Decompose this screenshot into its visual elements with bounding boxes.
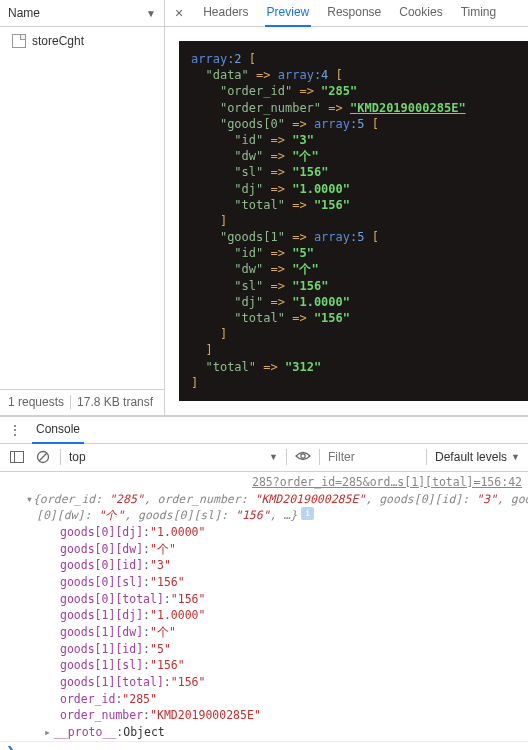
- network-pane: Name ▼ storeCght 1 requests 17.8 KB tran…: [0, 0, 528, 416]
- object-summary-row-2: [0][dw]: "个", goods[0][sl]: "156", …}i: [0, 507, 528, 524]
- property-row: order_number: "KMD2019000285E": [0, 707, 528, 724]
- request-list: storeCght: [0, 27, 164, 389]
- property-row: goods[0][dj]: "1.0000": [0, 524, 528, 541]
- log-levels-selector[interactable]: Default levels ▼: [435, 450, 520, 464]
- console-header: ⋮ Console: [0, 417, 528, 444]
- console-prompt[interactable]: ❯: [0, 741, 528, 750]
- property-row: goods[1][total]: "156": [0, 674, 528, 691]
- detail-panel: × Headers Preview Response Cookies Timin…: [165, 0, 528, 415]
- kebab-menu-icon[interactable]: ⋮: [8, 422, 22, 438]
- proto-row[interactable]: ▸__proto__: Object: [0, 724, 528, 741]
- response-preview[interactable]: array:2 [ "data" => array:4 [ "order_id"…: [179, 41, 528, 401]
- info-badge-icon[interactable]: i: [301, 507, 314, 520]
- request-list-panel: Name ▼ storeCght 1 requests 17.8 KB tran…: [0, 0, 165, 415]
- column-header[interactable]: Name ▼: [0, 0, 164, 27]
- property-row: goods[1][dw]: "个": [0, 624, 528, 641]
- preview-body: array:2 [ "data" => array:4 [ "order_id"…: [165, 27, 528, 415]
- divider: [60, 449, 61, 465]
- divider: [70, 395, 71, 409]
- toggle-sidebar-icon[interactable]: [8, 448, 26, 466]
- document-icon: [12, 34, 26, 48]
- property-row: goods[1][sl]: "156": [0, 657, 528, 674]
- name-column-label: Name: [8, 6, 40, 20]
- expand-icon[interactable]: ▸: [44, 724, 54, 741]
- console-output[interactable]: 285?order_id=285&ord…s[1][total]=156:42 …: [0, 472, 528, 741]
- chevron-down-icon: ▼: [269, 452, 278, 462]
- divider: [286, 449, 287, 465]
- request-count: 1 requests: [8, 395, 64, 409]
- tab-cookies[interactable]: Cookies: [397, 0, 444, 27]
- detail-tabs: × Headers Preview Response Cookies Timin…: [165, 0, 528, 27]
- request-name: storeCght: [32, 34, 84, 48]
- context-selector[interactable]: top: [69, 450, 86, 464]
- filter-input[interactable]: [328, 450, 418, 464]
- transfer-size: 17.8 KB transf: [77, 395, 153, 409]
- svg-rect-0: [11, 452, 24, 463]
- source-link[interactable]: 285?order_id=285&ord…s[1][total]=156:42: [0, 474, 528, 491]
- property-row: order_id: "285": [0, 691, 528, 708]
- tab-headers[interactable]: Headers: [201, 0, 250, 27]
- console-pane: ⋮ Console top ▼ Default levels ▼ 285?ord…: [0, 416, 528, 750]
- close-icon[interactable]: ×: [171, 5, 187, 21]
- prompt-chevron-icon: ❯: [6, 744, 16, 750]
- property-row: goods[0][dw]: "个": [0, 541, 528, 558]
- property-row: goods[1][id]: "5": [0, 641, 528, 658]
- chevron-down-icon: ▼: [146, 8, 156, 19]
- collapse-icon[interactable]: ▾: [26, 491, 33, 508]
- clear-console-icon[interactable]: [34, 448, 52, 466]
- property-row: goods[1][dj]: "1.0000": [0, 607, 528, 624]
- status-bar: 1 requests 17.8 KB transf: [0, 389, 164, 415]
- property-row: goods[0][id]: "3": [0, 557, 528, 574]
- keyword-array: array: [191, 52, 227, 66]
- tab-preview[interactable]: Preview: [265, 0, 312, 27]
- console-tab[interactable]: Console: [32, 416, 84, 444]
- property-row: goods[0][sl]: "156": [0, 574, 528, 591]
- console-toolbar: top ▼ Default levels ▼: [0, 444, 528, 472]
- svg-line-3: [39, 453, 47, 461]
- tab-response[interactable]: Response: [325, 0, 383, 27]
- object-summary-row[interactable]: ▾{order_id: "285", order_number: "KMD201…: [0, 491, 528, 508]
- tab-timing[interactable]: Timing: [459, 0, 499, 27]
- property-row: goods[0][total]: "156": [0, 591, 528, 608]
- divider: [319, 449, 320, 465]
- chevron-down-icon: ▼: [511, 452, 520, 462]
- divider: [426, 449, 427, 465]
- live-expression-icon[interactable]: [295, 450, 311, 465]
- request-item[interactable]: storeCght: [0, 31, 164, 51]
- svg-point-4: [301, 454, 305, 458]
